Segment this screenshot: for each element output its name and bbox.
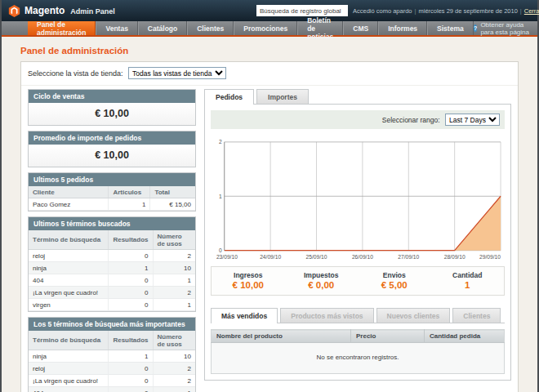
column-header-resultados: Resultados	[109, 230, 153, 250]
nav-item-cms[interactable]: CMS	[343, 21, 378, 35]
table-cell: 10	[153, 262, 195, 274]
total-cantidad: Cantidad1	[431, 271, 505, 290]
chart-tabs: PedidosImportes	[204, 89, 511, 104]
nav-item-catalogo[interactable]: Catálogo	[138, 21, 187, 35]
table-row[interactable]: ninja110	[29, 262, 195, 274]
lifetime-sales-box: Ciclo de ventas € 10,00	[28, 89, 196, 126]
table-cell: 0	[109, 274, 153, 287]
table-row[interactable]: ¡La virgen que cuadro!02	[29, 375, 195, 387]
column-header-precio: Precio	[351, 330, 425, 343]
table-row[interactable]: 40401	[29, 387, 195, 392]
total-label: Envios	[358, 271, 431, 279]
tab-nuevos-clientes[interactable]: Nuevos clientes	[376, 308, 451, 323]
table-row[interactable]: reloj02	[29, 363, 195, 375]
dashboard-container: Seleccione la vista de tienda: Todas las…	[20, 61, 519, 392]
table-cell: 404	[29, 274, 109, 287]
table-row[interactable]: ninja110	[29, 350, 195, 363]
table-row[interactable]: 40401	[29, 274, 195, 287]
total-value: 1	[431, 280, 505, 290]
table-row[interactable]: ¡La virgen que cuadro!02	[29, 287, 195, 299]
nav-item-clientes[interactable]: Clientes	[187, 21, 234, 35]
lifetime-sales-value: € 10,00	[29, 103, 195, 125]
table-cell: 0	[109, 375, 153, 387]
help-label: Obtener ayuda para esta página	[480, 21, 529, 36]
last-search-terms-box: Ultimos 5 términos buscados Término de b…	[28, 216, 196, 312]
table-cell: 1	[109, 198, 150, 211]
table-row[interactable]: reloj02	[29, 250, 195, 262]
table-cell: 2	[153, 287, 195, 299]
total-label: Impuestos	[285, 271, 359, 279]
tab-productos-mas-vistos[interactable]: Productos más vistos	[280, 308, 373, 323]
header-bar: Magento Admin Panel Accedió como apardo|…	[2, 0, 537, 21]
last-orders-table: ClienteArticulosTotal Paco Gomez1€ 15,00	[29, 186, 195, 211]
table-cell: 0	[109, 363, 153, 375]
tab-clientes[interactable]: Clientes	[452, 308, 501, 323]
box-title: Ciclo de ventas	[29, 90, 195, 103]
svg-text:27/09/10: 27/09/10	[398, 254, 419, 260]
table-cell: 2	[153, 250, 195, 262]
svg-text:28/09/10: 28/09/10	[444, 254, 466, 260]
table-row[interactable]: virgen01	[29, 299, 195, 311]
average-orders-value: € 10,00	[29, 145, 195, 167]
column-header-cliente: Cliente	[29, 186, 109, 198]
orders-panel: Seleccionar rango: Last 7 Days 01223/09/…	[204, 104, 511, 381]
global-search-input[interactable]	[256, 5, 348, 16]
table-cell: 1	[109, 350, 153, 363]
top-search-terms-box: Los 5 términos de búsqueda más important…	[28, 317, 196, 392]
brand: Magento Admin Panel	[8, 5, 115, 17]
table-cell: ¡La virgen que cuadro!	[29, 287, 109, 299]
svg-text:0: 0	[219, 247, 222, 253]
table-cell: 1	[153, 274, 195, 287]
left-column: Ciclo de ventas € 10,00 Promedio de impo…	[28, 89, 196, 392]
total-impuestos: Impuestos€ 0,00	[285, 271, 359, 290]
table-cell: ninja	[29, 262, 109, 274]
nav-item-panel-de-administracion[interactable]: Panel de administración	[28, 21, 96, 35]
nav-item-informes[interactable]: Informes	[378, 21, 427, 35]
total-label: Cantidad	[431, 271, 505, 279]
box-title: Los 5 términos de búsqueda más important…	[29, 318, 195, 331]
box-title: Ultimos 5 términos buscados	[29, 217, 195, 230]
nav-item-ventas[interactable]: Ventas	[96, 21, 137, 35]
total-value: € 0,00	[285, 280, 359, 290]
column-header-nombre-del-producto: Nombre del producto	[212, 330, 351, 343]
table-row[interactable]: Paco Gomez1€ 15,00	[29, 198, 195, 211]
brand-suffix: Admin Panel	[70, 7, 115, 16]
store-view-select[interactable]: Todas las vistas de tienda	[128, 67, 226, 79]
empty-message: No se encontraron registros.	[212, 343, 505, 374]
separator: |	[520, 7, 522, 15]
column-header-termino-de-busqueda: Término de búsqueda	[29, 331, 109, 350]
current-date: miércoles 29 de septiembre de 2010	[419, 7, 518, 15]
orders-area-chart: 01223/09/1024/09/1025/09/1026/09/1027/09…	[212, 136, 504, 261]
nav-item-sistema[interactable]: Sistema	[427, 21, 474, 35]
brand-name: Magento	[24, 5, 65, 16]
table-cell: 0	[109, 250, 153, 262]
table-cell: 0	[109, 287, 153, 299]
table-cell: 404	[29, 387, 109, 392]
help-link[interactable]: ? Obtener ayuda para esta página	[474, 21, 537, 35]
tab-importes[interactable]: Importes	[256, 89, 309, 104]
nav-item-boletin-de-noticias[interactable]: Boletín de noticias	[297, 21, 343, 35]
nav-item-promociones[interactable]: Promociones	[234, 21, 297, 35]
column-header-numero-de-usos: Número de usos	[153, 331, 195, 350]
range-select[interactable]: Last 7 Days	[445, 114, 500, 126]
column-header-resultados: Resultados	[109, 331, 153, 350]
tab-mas-vendidos[interactable]: Más vendidos	[211, 308, 278, 323]
table-cell: virgen	[29, 299, 109, 311]
table-cell: Paco Gomez	[29, 198, 109, 211]
column-header-total: Total	[150, 186, 195, 198]
report-tabs: Más vendidosProductos más vistosNuevos c…	[211, 308, 505, 323]
logged-in-as: Accedió como apardo	[353, 7, 412, 15]
table-cell: 1	[153, 299, 195, 311]
svg-text:2: 2	[219, 139, 222, 145]
average-orders-box: Promedio de importe de pedidos € 10,00	[28, 131, 196, 167]
range-label: Seleccionar rango:	[382, 116, 440, 124]
main-nav: Panel de administraciónVentasCatálogoCli…	[2, 21, 537, 35]
user-info: Accedió como apardo|miércoles 29 de sept…	[353, 7, 531, 15]
page-title: Panel de administración	[20, 46, 519, 56]
total-value: € 10,00	[212, 280, 285, 290]
tab-pedidos[interactable]: Pedidos	[204, 89, 254, 105]
products-grid: Nombre del productoPrecioCantidad pedida…	[211, 329, 505, 374]
logout-link[interactable]: Cerrar Sesión	[524, 7, 539, 15]
box-title: Promedio de importe de pedidos	[29, 131, 195, 145]
svg-text:24/09/10: 24/09/10	[260, 254, 281, 260]
